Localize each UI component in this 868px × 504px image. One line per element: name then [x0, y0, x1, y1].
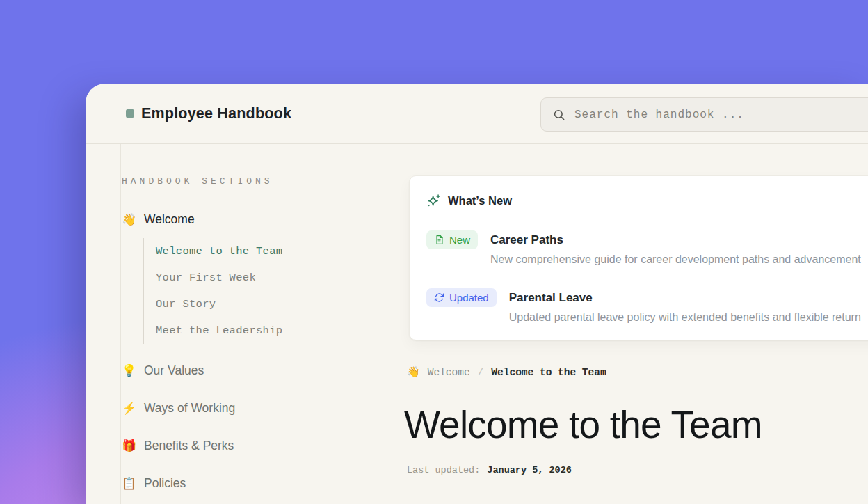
search-icon: [553, 109, 565, 121]
page-title: Welcome to the Team: [404, 399, 762, 450]
sidebar-item-label: Policies: [144, 476, 186, 491]
whats-new-item-parental-leave[interactable]: Updated Parental Leave Updated parental …: [426, 288, 868, 325]
left-column-rule: [120, 144, 121, 504]
last-updated: Last updated: January 5, 2026: [407, 463, 572, 478]
sidebar-subitem-your-first-week[interactable]: Your First Week: [156, 265, 400, 291]
clipboard-emoji-icon: 📋: [122, 478, 136, 489]
app-title: Employee Handbook: [141, 105, 291, 123]
search-box[interactable]: [540, 97, 868, 132]
whats-new-title: What’s New: [448, 194, 512, 207]
waving-hand-emoji-icon: 👋: [122, 214, 136, 226]
app-body: HANDBOOK SECTIONS 👋 Welcome Welcome to t…: [86, 144, 868, 504]
handbook-app-window: Employee Handbook HANDBOOK SECTIONS 👋 We…: [86, 84, 868, 504]
whats-new-item-career-paths[interactable]: New Career Paths New comprehensive guide…: [426, 230, 868, 267]
lightbulb-emoji-icon: 💡: [122, 365, 136, 377]
sidebar-subitem-meet-the-leadership[interactable]: Meet the Leadership: [156, 317, 400, 344]
breadcrumb-current-page: Welcome to the Team: [491, 367, 606, 378]
desktop-background: { "app": { "title": "Employee Handbook" …: [0, 0, 868, 504]
whats-new-item-title: Parental Leave: [509, 288, 861, 307]
sidebar-sublist-welcome: Welcome to the Team Your First Week Our …: [143, 238, 400, 344]
last-updated-date: January 5, 2026: [487, 463, 572, 478]
sidebar-subitem-welcome-to-the-team[interactable]: Welcome to the Team: [156, 238, 400, 265]
whats-new-item-description: New comprehensive guide for career devel…: [490, 252, 861, 267]
waving-hand-emoji-icon: 👋: [407, 368, 420, 378]
whats-new-card: What’s New New Career Paths New comprehe…: [409, 175, 868, 340]
sidebar-item-our-values[interactable]: 💡 Our Values: [122, 361, 400, 379]
new-badge: New: [426, 230, 478, 249]
breadcrumb-section-link[interactable]: Welcome: [428, 367, 470, 378]
search-input[interactable]: [574, 109, 868, 121]
whats-new-item-title: Career Paths: [490, 230, 861, 249]
sparkle-icon: [426, 194, 441, 208]
sidebar-item-welcome[interactable]: 👋 Welcome: [122, 210, 400, 228]
app-header: Employee Handbook: [86, 84, 868, 144]
whats-new-item-description: Updated parental leave policy with exten…: [509, 310, 861, 325]
updated-badge: Updated: [426, 288, 497, 307]
sidebar-item-policies[interactable]: 📋 Policies: [122, 474, 400, 492]
sidebar-section-list: 💡 Our Values ⚡ Ways of Working 🎁 Benefit…: [122, 361, 400, 492]
badge-label: Updated: [449, 292, 489, 304]
sidebar-heading: HANDBOOK SECTIONS: [122, 176, 400, 187]
sidebar-item-label: Benefits & Perks: [144, 439, 234, 453]
sidebar-item-label: Our Values: [144, 363, 204, 378]
document-icon: [434, 235, 444, 245]
sidebar-item-label: Ways of Working: [144, 401, 235, 416]
gift-emoji-icon: 🎁: [122, 440, 136, 452]
whats-new-item-text: Career Paths New comprehensive guide for…: [490, 230, 861, 267]
sidebar-subitem-our-story[interactable]: Our Story: [156, 291, 400, 317]
badge-label: New: [449, 234, 470, 246]
whats-new-header: What’s New: [426, 193, 868, 208]
sidebar-item-label: Welcome: [144, 212, 195, 227]
breadcrumb: 👋 Welcome / Welcome to the Team: [407, 363, 606, 382]
breadcrumb-separator: /: [478, 367, 484, 378]
sidebar: HANDBOOK SECTIONS 👋 Welcome Welcome to t…: [122, 144, 400, 492]
refresh-icon: [434, 292, 444, 303]
sidebar-item-ways-of-working[interactable]: ⚡ Ways of Working: [122, 399, 400, 417]
app-logo-icon: [126, 109, 134, 118]
whats-new-item-text: Parental Leave Updated parental leave po…: [509, 288, 861, 325]
sidebar-item-benefits-perks[interactable]: 🎁 Benefits & Perks: [122, 436, 400, 455]
last-updated-label: Last updated:: [407, 463, 480, 478]
lightning-emoji-icon: ⚡: [122, 402, 136, 414]
